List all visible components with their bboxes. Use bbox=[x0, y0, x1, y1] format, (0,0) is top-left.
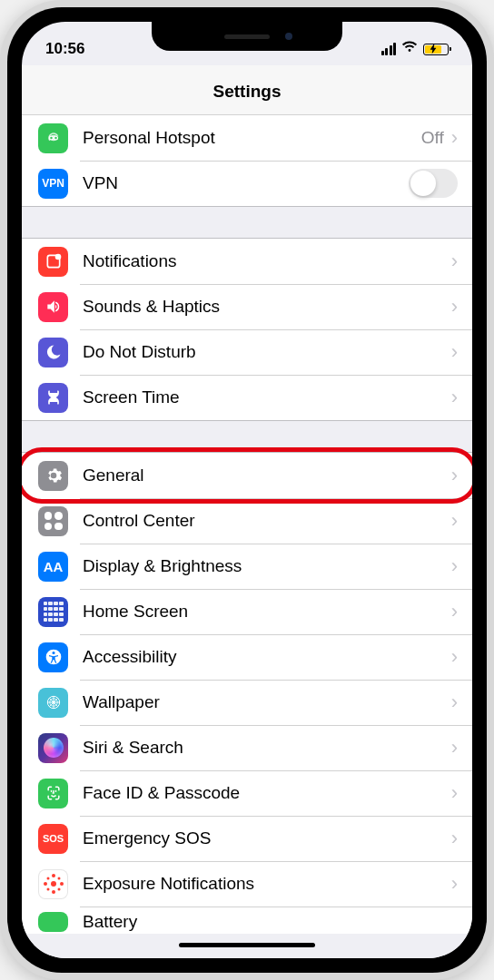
face-id-icon bbox=[38, 779, 68, 808]
battery-settings-icon bbox=[38, 912, 68, 932]
row-emergency-sos[interactable]: SOS Emergency SOS › bbox=[22, 816, 472, 861]
notch bbox=[152, 22, 342, 51]
svg-point-3 bbox=[54, 137, 57, 140]
chevron-right-icon: › bbox=[451, 340, 458, 364]
row-vpn[interactable]: VPN VPN bbox=[22, 161, 472, 206]
exposure-notifications-icon bbox=[38, 869, 68, 899]
row-screen-time[interactable]: Screen Time › bbox=[22, 375, 472, 420]
row-label: Siri & Search bbox=[83, 738, 451, 758]
front-camera bbox=[285, 33, 292, 40]
row-label: General bbox=[83, 466, 451, 485]
chevron-right-icon: › bbox=[451, 827, 458, 850]
screen: 10:56 Setting bbox=[22, 22, 472, 958]
svg-point-5 bbox=[54, 254, 61, 260]
row-value: Off bbox=[421, 128, 444, 148]
row-sounds-haptics[interactable]: Sounds & Haptics › bbox=[22, 284, 472, 329]
chevron-right-icon: › bbox=[451, 554, 458, 578]
vpn-toggle[interactable] bbox=[409, 169, 458, 198]
row-exposure-notifications[interactable]: Exposure Notifications › bbox=[22, 861, 472, 906]
chevron-right-icon: › bbox=[451, 295, 458, 318]
wifi-icon bbox=[401, 41, 418, 57]
navigation-bar: Settings bbox=[22, 65, 472, 115]
home-indicator[interactable] bbox=[179, 943, 315, 947]
settings-section: Notifications › Sounds & Haptics › bbox=[22, 239, 472, 420]
status-icons bbox=[381, 41, 450, 57]
toggle-knob bbox=[410, 171, 436, 196]
row-wallpaper[interactable]: Wallpaper › bbox=[22, 680, 472, 725]
home-screen-icon bbox=[38, 597, 68, 627]
accessibility-icon bbox=[38, 642, 68, 672]
chevron-right-icon: › bbox=[451, 736, 458, 760]
row-display-brightness[interactable]: AA Display & Brightness › bbox=[22, 544, 472, 589]
row-notifications[interactable]: Notifications › bbox=[22, 239, 472, 284]
row-do-not-disturb[interactable]: Do Not Disturb › bbox=[22, 329, 472, 375]
sounds-icon bbox=[38, 292, 68, 322]
row-face-id-passcode[interactable]: Face ID & Passcode › bbox=[22, 770, 472, 816]
row-label: Do Not Disturb bbox=[83, 342, 451, 362]
chevron-right-icon: › bbox=[451, 464, 458, 487]
settings-section: Personal Hotspot Off › VPN VPN bbox=[22, 115, 472, 206]
row-label: VPN bbox=[83, 173, 409, 193]
phone-frame: 10:56 Setting bbox=[0, 0, 494, 980]
row-home-screen[interactable]: Home Screen › bbox=[22, 589, 472, 634]
chevron-right-icon: › bbox=[451, 386, 458, 409]
earpiece-speaker bbox=[224, 34, 270, 39]
row-label: Sounds & Haptics bbox=[83, 297, 451, 317]
row-label: Screen Time bbox=[83, 387, 451, 407]
row-label: Home Screen bbox=[83, 602, 451, 622]
chevron-right-icon: › bbox=[451, 691, 458, 714]
settings-section: General › Control Center › AA Display & … bbox=[22, 453, 472, 934]
row-label: Accessibility bbox=[83, 647, 451, 667]
row-control-center[interactable]: Control Center › bbox=[22, 498, 472, 544]
row-personal-hotspot[interactable]: Personal Hotspot Off › bbox=[22, 115, 472, 161]
row-label: Exposure Notifications bbox=[83, 874, 451, 894]
siri-icon bbox=[38, 733, 68, 763]
row-label: Personal Hotspot bbox=[83, 128, 421, 148]
chevron-right-icon: › bbox=[451, 781, 458, 805]
display-brightness-icon: AA bbox=[38, 552, 68, 582]
row-battery[interactable]: Battery bbox=[22, 906, 472, 934]
personal-hotspot-icon bbox=[38, 123, 68, 153]
control-center-icon bbox=[38, 506, 68, 536]
chevron-right-icon: › bbox=[451, 509, 458, 533]
battery-icon bbox=[423, 44, 449, 55]
chevron-right-icon: › bbox=[451, 126, 458, 150]
wallpaper-icon bbox=[38, 688, 68, 718]
chevron-right-icon: › bbox=[451, 250, 458, 273]
chevron-right-icon: › bbox=[451, 600, 458, 623]
general-icon bbox=[38, 461, 68, 491]
settings-content[interactable]: Personal Hotspot Off › VPN VPN bbox=[22, 115, 472, 958]
emergency-sos-icon: SOS bbox=[38, 824, 68, 854]
row-label: Control Center bbox=[83, 511, 451, 531]
row-label: Battery bbox=[83, 912, 458, 932]
row-label: Display & Brightness bbox=[83, 556, 451, 576]
chevron-right-icon: › bbox=[451, 872, 458, 896]
row-label: Emergency SOS bbox=[83, 828, 451, 848]
page-title: Settings bbox=[22, 82, 472, 102]
row-label: Notifications bbox=[83, 251, 451, 271]
vpn-icon: VPN bbox=[38, 169, 68, 199]
chevron-right-icon: › bbox=[451, 645, 458, 669]
section-separator bbox=[22, 420, 472, 453]
svg-point-2 bbox=[50, 137, 53, 140]
row-label: Wallpaper bbox=[83, 692, 451, 712]
row-general[interactable]: General › bbox=[22, 453, 472, 498]
row-siri-search[interactable]: Siri & Search › bbox=[22, 725, 472, 770]
row-label: Face ID & Passcode bbox=[83, 783, 451, 803]
status-time: 10:56 bbox=[45, 40, 84, 58]
row-accessibility[interactable]: Accessibility › bbox=[22, 634, 472, 680]
cellular-signal-icon bbox=[381, 43, 397, 55]
do-not-disturb-icon bbox=[38, 338, 68, 368]
svg-point-7 bbox=[52, 652, 54, 654]
section-separator bbox=[22, 206, 472, 239]
screen-time-icon bbox=[38, 383, 68, 413]
notifications-icon bbox=[38, 247, 68, 277]
phone-bezel: 10:56 Setting bbox=[7, 7, 487, 973]
